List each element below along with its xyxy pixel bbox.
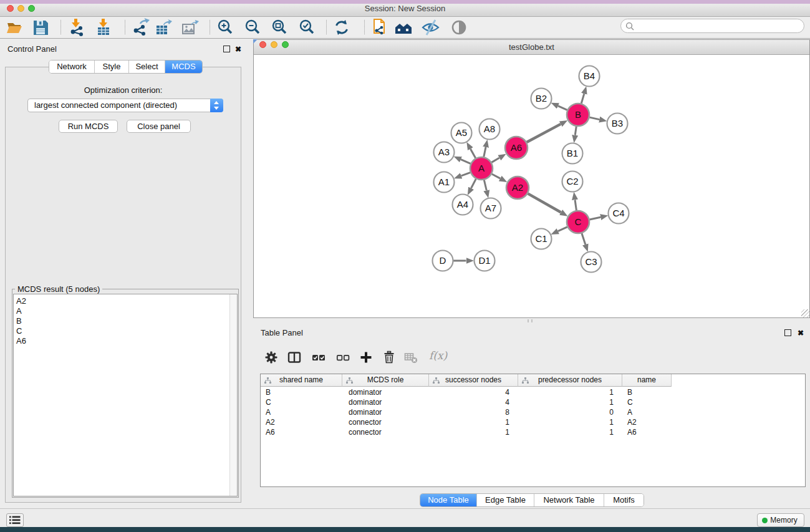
task-history-button[interactable] — [6, 513, 24, 527]
node-D[interactable]: D — [433, 251, 453, 271]
edge-A-A8[interactable] — [484, 147, 486, 157]
table-panel-close-icon[interactable]: ✖ — [798, 329, 804, 337]
export-image-icon[interactable] — [181, 18, 200, 37]
tab-network[interactable]: Network — [49, 60, 95, 73]
result-item[interactable]: B — [14, 316, 237, 326]
result-item[interactable]: A6 — [14, 336, 237, 346]
memory-button[interactable]: Memory — [757, 513, 804, 527]
node-A3[interactable]: A3 — [434, 142, 455, 163]
edge-A6-B[interactable] — [527, 124, 561, 142]
node-A6[interactable]: A6 — [505, 137, 528, 159]
tab-node-table[interactable]: Node Table — [420, 494, 477, 506]
control-panel-float-icon[interactable] — [223, 46, 230, 52]
edge-A-A4[interactable] — [471, 179, 476, 188]
edge-C-C3[interactable] — [582, 233, 586, 244]
result-scrollbar[interactable] — [229, 294, 237, 496]
node-A4[interactable]: A4 — [453, 195, 473, 215]
edge-A-A7[interactable] — [484, 180, 486, 190]
node-B[interactable]: B — [567, 104, 589, 126]
import-table-icon[interactable] — [95, 18, 113, 37]
node-C1[interactable]: C1 — [531, 229, 552, 249]
tab-motifs[interactable]: Motifs — [604, 494, 644, 506]
edge-C-C4[interactable] — [590, 217, 601, 220]
tab-mcds[interactable]: MCDS — [165, 60, 202, 73]
deselect-all-icon[interactable] — [336, 351, 350, 364]
edge-A-A3[interactable] — [461, 160, 470, 164]
network-window-titlebar[interactable]: testGlobe.txt — [254, 40, 809, 55]
node-A1[interactable]: A1 — [434, 172, 455, 193]
search-input[interactable] — [620, 19, 804, 33]
network-zoom-button[interactable] — [282, 41, 289, 48]
contrast-icon[interactable] — [450, 18, 468, 37]
zoom-in-icon[interactable] — [216, 18, 234, 37]
edge-A-A1[interactable] — [461, 173, 470, 176]
node-B3[interactable]: B3 — [607, 114, 628, 134]
network-close-button[interactable] — [259, 41, 266, 48]
node-B2[interactable]: B2 — [531, 89, 552, 109]
zoom-fit-icon[interactable] — [270, 18, 289, 37]
node-A5[interactable]: A5 — [451, 123, 472, 143]
node-C2[interactable]: C2 — [562, 172, 583, 192]
edge-C-C2[interactable] — [575, 200, 576, 210]
result-item[interactable]: A — [14, 306, 237, 316]
add-icon[interactable] — [359, 351, 373, 364]
node-C4[interactable]: C4 — [609, 203, 629, 224]
zoom-window-button[interactable] — [28, 5, 35, 12]
edge-C-C1[interactable] — [558, 227, 567, 231]
import-network-icon[interactable] — [67, 18, 86, 37]
export-network-icon[interactable] — [132, 18, 150, 37]
delete-table-icon[interactable] — [404, 351, 418, 364]
zoom-out-icon[interactable] — [243, 18, 262, 37]
edge-A-A5[interactable] — [470, 149, 475, 158]
open-folder-icon[interactable] — [5, 18, 24, 37]
tab-select[interactable]: Select — [129, 60, 165, 73]
node-C[interactable]: C — [567, 211, 589, 233]
edge-B-B3[interactable] — [590, 117, 600, 119]
export-table-icon[interactable] — [155, 18, 173, 37]
column-header-shared-name[interactable]: shared name — [261, 374, 342, 387]
columns-icon[interactable] — [287, 351, 301, 364]
network-from-clipboard-icon[interactable] — [369, 18, 388, 37]
criterion-dropdown[interactable]: largest connected component (directed) — [27, 99, 223, 112]
run-mcds-button[interactable]: Run MCDS — [59, 120, 118, 133]
hide-panel-icon[interactable] — [421, 18, 440, 37]
network-canvas[interactable]: B4B2BB3A5A8A6B1A3AC2A1A2A4A7C4CC1C3DD1 — [254, 55, 809, 317]
close-panel-button[interactable]: Close panel — [127, 120, 191, 133]
zoom-selected-icon[interactable] — [297, 18, 316, 37]
edge-B-B4[interactable] — [581, 94, 584, 103]
table-panel-float-icon[interactable] — [784, 329, 791, 336]
refresh-icon[interactable] — [332, 18, 351, 37]
table-row[interactable]: A6connector11A6 — [261, 427, 806, 437]
select-all-icon[interactable] — [312, 351, 325, 364]
node-A7[interactable]: A7 — [481, 198, 501, 219]
node-B4[interactable]: B4 — [579, 66, 600, 87]
tab-edge-table[interactable]: Edge Table — [477, 494, 534, 506]
tab-style[interactable]: Style — [95, 60, 129, 73]
control-panel-close-icon[interactable]: ✖ — [235, 46, 241, 53]
mcds-result-list[interactable]: A2ABCA6 — [13, 294, 238, 496]
node-A[interactable]: A — [470, 157, 493, 180]
table-row[interactable]: Adominator80A — [261, 407, 806, 417]
edge-A2-C[interactable] — [528, 193, 561, 212]
minimize-window-button[interactable] — [17, 5, 24, 12]
edge-B-B1[interactable] — [575, 127, 576, 135]
column-header-successor-nodes[interactable]: successor nodes — [429, 374, 518, 387]
node-D1[interactable]: D1 — [475, 251, 495, 271]
save-icon[interactable] — [31, 18, 50, 37]
edge-A-A6[interactable] — [491, 158, 499, 162]
result-item[interactable]: A2 — [14, 296, 237, 306]
node-C3[interactable]: C3 — [581, 252, 602, 273]
close-window-button[interactable] — [7, 5, 14, 12]
network-minimize-button[interactable] — [271, 41, 277, 48]
tab-network-table[interactable]: Network Table — [534, 494, 604, 506]
table-row[interactable]: Cdominator41C — [261, 397, 806, 407]
column-header-name[interactable]: name — [622, 374, 672, 387]
dropdown-stepper-icon[interactable] — [210, 99, 223, 112]
result-item[interactable]: C — [14, 326, 237, 336]
node-A2[interactable]: A2 — [506, 177, 529, 199]
gear-icon[interactable] — [264, 351, 278, 364]
table-row[interactable]: Bdominator41B — [261, 387, 806, 397]
column-header-predecessor-nodes[interactable]: predecessor nodes — [518, 374, 622, 387]
edge-A-A2[interactable] — [492, 174, 500, 178]
node-B1[interactable]: B1 — [562, 143, 583, 164]
